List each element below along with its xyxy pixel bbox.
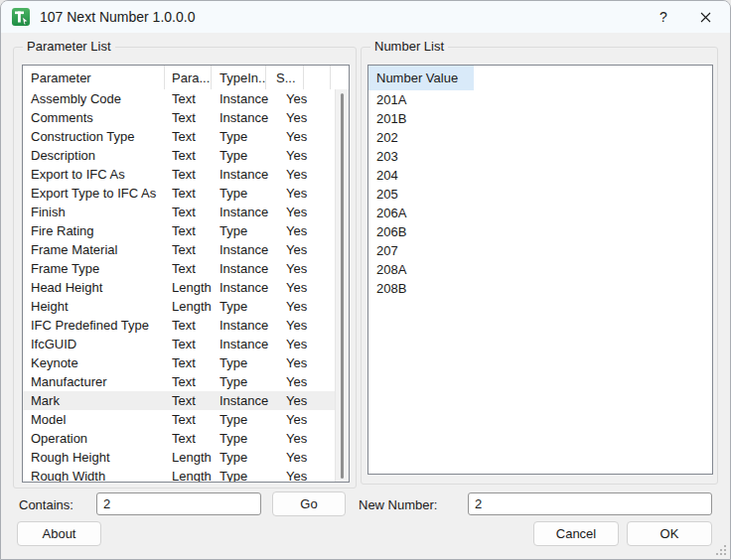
column-header-number-value[interactable]: Number Value xyxy=(368,66,474,90)
column-header-empty xyxy=(304,66,331,89)
table-row[interactable]: Frame TypeTextInstanceYes xyxy=(23,259,335,278)
list-item[interactable]: 201A xyxy=(368,90,712,109)
table-cell: Instance xyxy=(219,337,276,351)
table-row[interactable]: Head HeightLengthInstanceYes xyxy=(23,278,335,297)
table-cell: Text xyxy=(172,223,219,238)
table-cell: Rough Height xyxy=(23,450,172,465)
table-cell: Instance xyxy=(219,261,276,276)
parameter-table[interactable]: Parameter Para... TypeIn... S... Assembl… xyxy=(22,65,350,483)
table-cell: Frame Material xyxy=(23,242,172,257)
list-item[interactable]: 201B xyxy=(368,109,712,128)
close-button[interactable] xyxy=(684,1,726,33)
table-row[interactable]: Export Type to IFC AsTextTypeYes xyxy=(23,184,335,203)
number-list-group-label: Number List xyxy=(370,39,448,54)
table-row[interactable]: IfcGUIDTextInstanceYes xyxy=(23,335,335,353)
parameter-list-group: Parameter List Parameter Para... TypeIn.… xyxy=(13,47,357,489)
help-button[interactable]: ? xyxy=(643,1,684,33)
scrollbar-thumb[interactable] xyxy=(341,93,344,479)
new-number-label: New Number: xyxy=(359,492,437,516)
table-row[interactable]: Assembly CodeTextInstanceYes xyxy=(23,89,335,108)
table-cell: Type xyxy=(219,186,276,201)
table-row[interactable]: Fire RatingTextTypeYes xyxy=(23,221,335,240)
parameter-list-group-label: Parameter List xyxy=(23,39,115,54)
table-row[interactable]: Frame MaterialTextInstanceYes xyxy=(23,240,335,259)
table-cell: Text xyxy=(172,167,219,182)
list-item[interactable]: 208B xyxy=(368,279,712,298)
table-cell: Construction Type xyxy=(23,129,172,144)
table-row[interactable]: OperationTextTypeYes xyxy=(23,429,335,448)
table-row[interactable]: Rough WidthLengthTypeYes xyxy=(23,467,335,482)
table-cell: Yes xyxy=(276,205,322,219)
table-row[interactable]: IFC Predefined TypeTextInstanceYes xyxy=(23,316,335,335)
table-cell: Yes xyxy=(276,393,322,408)
table-cell: IFC Predefined Type xyxy=(23,318,172,333)
column-header-parameter[interactable]: Parameter xyxy=(23,66,165,89)
list-item[interactable]: 206B xyxy=(368,222,712,241)
list-item[interactable]: 205 xyxy=(368,185,712,204)
list-item[interactable]: 207 xyxy=(368,241,712,260)
table-cell: Text xyxy=(172,242,219,257)
parameter-table-body: Assembly CodeTextInstanceYesCommentsText… xyxy=(23,89,335,482)
table-cell: Yes xyxy=(276,318,322,333)
parameter-table-scrollbar[interactable] xyxy=(335,89,349,482)
table-cell: Text xyxy=(172,261,219,276)
table-cell: Yes xyxy=(276,299,322,314)
contains-input[interactable] xyxy=(96,492,261,515)
column-header-param-type[interactable]: Para... xyxy=(165,66,212,89)
table-cell: Type xyxy=(219,223,276,238)
new-number-input[interactable] xyxy=(468,492,712,515)
list-item[interactable]: 206A xyxy=(368,204,712,222)
table-cell: Yes xyxy=(276,148,322,163)
table-row[interactable]: CommentsTextInstanceYes xyxy=(23,108,335,127)
table-cell: Yes xyxy=(276,129,322,144)
table-cell: Yes xyxy=(276,374,322,389)
table-row[interactable]: DescriptionTextTypeYes xyxy=(23,146,335,165)
table-cell: Text xyxy=(172,129,219,144)
table-cell: Finish xyxy=(23,205,172,219)
table-cell: Type xyxy=(219,374,276,389)
resize-grip[interactable] xyxy=(716,545,726,555)
table-cell: Type xyxy=(219,450,276,465)
table-cell: Instance xyxy=(219,318,276,333)
table-row[interactable]: Construction TypeTextTypeYes xyxy=(23,127,335,146)
table-cell: Yes xyxy=(276,355,322,370)
table-row[interactable]: HeightLengthTypeYes xyxy=(23,297,335,316)
table-cell: Text xyxy=(172,431,219,446)
number-list-body: 201A201B202203204205206A206B207208A208B xyxy=(368,90,712,298)
table-row[interactable]: KeynoteTextTypeYes xyxy=(23,353,335,372)
table-row[interactable]: MarkTextInstanceYes xyxy=(23,391,335,410)
close-icon xyxy=(700,12,711,23)
table-cell: Yes xyxy=(276,186,322,201)
column-header-type-instance[interactable]: TypeIn... xyxy=(212,66,266,89)
list-item[interactable]: 204 xyxy=(368,166,712,185)
table-row[interactable]: Export to IFC AsTextInstanceYes xyxy=(23,165,335,184)
app-icon xyxy=(12,8,30,26)
table-row[interactable]: Rough HeightLengthTypeYes xyxy=(23,448,335,467)
list-item[interactable]: 208A xyxy=(368,260,712,279)
table-cell: Text xyxy=(172,355,219,370)
table-cell: Text xyxy=(172,186,219,201)
table-row[interactable]: ModelTextTypeYes xyxy=(23,410,335,429)
table-cell: Yes xyxy=(276,469,322,482)
table-row[interactable]: FinishTextInstanceYes xyxy=(23,203,335,221)
table-row[interactable]: ManufacturerTextTypeYes xyxy=(23,372,335,391)
number-list[interactable]: Number Value 201A201B202203204205206A206… xyxy=(367,65,713,475)
titlebar: 107 Next Number 1.0.0.0 ? xyxy=(1,1,730,33)
table-cell: Description xyxy=(23,148,172,163)
table-cell: Keynote xyxy=(23,355,172,370)
table-cell: Length xyxy=(172,299,219,314)
table-cell: Yes xyxy=(276,242,322,257)
about-button[interactable]: About xyxy=(17,521,101,546)
column-header-shared[interactable]: S... xyxy=(266,66,304,89)
table-cell: Head Height xyxy=(23,280,172,295)
go-button[interactable]: Go xyxy=(272,491,346,516)
number-list-group: Number List Number Value 201A201B2022032… xyxy=(361,47,718,485)
list-item[interactable]: 203 xyxy=(368,147,712,166)
table-cell: Yes xyxy=(276,431,322,446)
list-item[interactable]: 202 xyxy=(368,128,712,147)
cancel-button[interactable]: Cancel xyxy=(533,521,619,546)
table-cell: Text xyxy=(172,110,219,125)
contains-label: Contains: xyxy=(19,492,73,516)
ok-button[interactable]: OK xyxy=(627,521,712,546)
table-cell: Type xyxy=(219,431,276,446)
